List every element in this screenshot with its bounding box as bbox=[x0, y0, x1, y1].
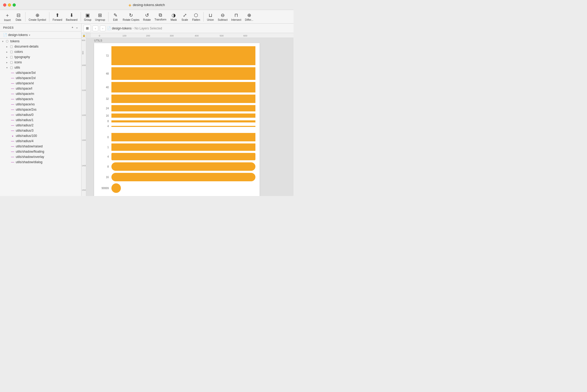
layer-item-utils-space-2xl[interactable]: —utils/space/2xl bbox=[0, 75, 81, 81]
maximize-button[interactable] bbox=[13, 3, 16, 7]
ungroup-button[interactable]: ⊞ Ungroup bbox=[94, 11, 107, 22]
flatten-button[interactable]: ⬡ Flatten bbox=[190, 11, 202, 22]
dash-icon: — bbox=[11, 145, 15, 148]
ruler-v-1300: 1300 bbox=[82, 139, 86, 141]
edit-button[interactable]: ✎ Edit bbox=[110, 11, 121, 22]
backward-icon: ⬇ bbox=[70, 12, 74, 18]
grid-view-button[interactable]: ⊞ bbox=[84, 25, 91, 32]
layer-name-text: utils/space/2xs bbox=[16, 108, 37, 111]
group-button[interactable]: ▣ Group bbox=[83, 11, 93, 22]
close-button[interactable] bbox=[3, 3, 6, 7]
mask-icon: ◑ bbox=[172, 12, 176, 18]
layer-item-utils-radius-0[interactable]: —utils/radius/0 bbox=[0, 112, 81, 117]
util-item-24: 24 bbox=[98, 105, 255, 111]
minimize-button[interactable] bbox=[8, 3, 11, 7]
layer-item-utils-radius-4[interactable]: —utils/radius/4 bbox=[0, 138, 81, 144]
page-icon: 📄 bbox=[3, 33, 7, 37]
add-page-button[interactable]: + bbox=[72, 26, 74, 29]
data-button[interactable]: ⊟ Data bbox=[13, 11, 24, 22]
sidebar: PAGES + ⌄ 📄 design-tokens ▾ ▾⬡tokens▸▢do… bbox=[0, 24, 81, 196]
layer-item-icons[interactable]: ▸▢icons bbox=[0, 60, 81, 65]
lock-icon[interactable]: 🔒 bbox=[81, 33, 86, 38]
page-dropdown[interactable]: 📄 design-tokens ▾ bbox=[3, 33, 78, 37]
rotate-icon: ↺ bbox=[145, 12, 149, 18]
rotate-button[interactable]: ↺ Rotate bbox=[141, 11, 152, 22]
pages-header: PAGES + ⌄ bbox=[0, 24, 81, 32]
layer-item-utils-radius-100[interactable]: ●utils/radius/100 bbox=[0, 133, 81, 138]
layer-item-utils-space-xs[interactable]: —utils/space/xs bbox=[0, 102, 81, 107]
layer-item-utils-space-xl[interactable]: —utils/space/xl bbox=[0, 81, 81, 86]
layer-item-utils-shadow-overlay[interactable]: —utils/shadow/overlay bbox=[0, 154, 81, 159]
layer-item-colors[interactable]: ▸▢colors bbox=[0, 49, 81, 54]
layer-item-utils-shadow-floating[interactable]: —utils/shadow/floating bbox=[0, 149, 81, 154]
layer-name-text: typography bbox=[14, 55, 30, 59]
rotate-copies-button[interactable]: ↻ Rotate Copies bbox=[121, 11, 141, 22]
intersect-label: Intersect bbox=[231, 18, 241, 21]
sketch-icon: ◈ bbox=[128, 3, 131, 7]
prev-button[interactable]: ‹ bbox=[92, 25, 98, 31]
layer-item-utils-shadow-dialog[interactable]: —utils/shadow/dialog bbox=[0, 159, 81, 165]
breadcrumb-state: No Layers Selected bbox=[135, 27, 162, 30]
dash-icon: — bbox=[11, 155, 15, 159]
chevron-icon: ▸ bbox=[6, 61, 8, 64]
divider-4 bbox=[108, 12, 109, 22]
pages-header-actions: + ⌄ bbox=[72, 26, 78, 29]
artboard-label: UTILS bbox=[94, 39, 102, 42]
data-label: Data bbox=[16, 18, 21, 21]
layer-item-utils-space-3xl[interactable]: —utils/space/3xl bbox=[0, 70, 81, 75]
layer-item-utils-space-m[interactable]: —utils/space/m bbox=[0, 91, 81, 96]
folder-icon: ▢ bbox=[9, 60, 13, 64]
pages-expand-button[interactable]: ⌄ bbox=[76, 26, 78, 29]
layer-name-text: utils/space/3xl bbox=[16, 71, 35, 75]
scale-label: Scale bbox=[182, 18, 188, 21]
util-item-r1: 1 bbox=[98, 143, 255, 151]
mask-button[interactable]: ◑ Mask bbox=[168, 11, 179, 22]
dash-icon: — bbox=[11, 160, 15, 164]
difference-icon: ⊕ bbox=[247, 12, 251, 18]
intersect-button[interactable]: ⊓ Intersect bbox=[230, 11, 243, 22]
difference-button[interactable]: ⊕ Differ... bbox=[243, 11, 255, 22]
scale-button[interactable]: ⤢ Scale bbox=[179, 11, 190, 22]
union-icon: ⊔ bbox=[209, 12, 212, 18]
layer-item-utils-shadow-raised[interactable]: —utils/shadow/raised bbox=[0, 144, 81, 149]
layer-name-text: utils/shadow/raised bbox=[16, 145, 43, 148]
transform-button[interactable]: ⧉ Transform bbox=[153, 11, 168, 22]
forward-button[interactable]: ⬆ Forward bbox=[51, 11, 64, 22]
layer-item-typography[interactable]: ▸▢typography bbox=[0, 54, 81, 60]
backward-button[interactable]: ⬇ Backward bbox=[64, 11, 79, 22]
layer-item-utils-radius-1[interactable]: —utils/radius/1 bbox=[0, 117, 81, 123]
insert-button[interactable]: ＋ Insert bbox=[2, 11, 13, 23]
dash-icon: — bbox=[11, 118, 15, 122]
chevron-icon: ▸ bbox=[6, 45, 8, 48]
backward-label: Backward bbox=[66, 18, 78, 21]
util-item-4a: 4 bbox=[98, 125, 255, 128]
ungroup-icon: ⊞ bbox=[98, 12, 102, 18]
layer-item-utils-space-l[interactable]: —utils/space/l bbox=[0, 86, 81, 91]
circle-icon: ● bbox=[11, 135, 15, 137]
ruler-v-900: 900 bbox=[82, 39, 85, 42]
ruler-vertical: 900 900 1000 1100 1200 1300 1400 1500 bbox=[81, 38, 86, 196]
layer-tree[interactable]: ▾⬡tokens▸▢document-details▸▢colors▸▢typo… bbox=[0, 39, 81, 196]
layer-item-utils[interactable]: ▾▢utils bbox=[0, 65, 81, 70]
ruler-h-300: 300 bbox=[170, 34, 174, 37]
artboard: UTILS 72 bbox=[94, 43, 260, 196]
layer-name-text: document-details bbox=[14, 45, 38, 48]
canvas-viewport[interactable]: UTILS 72 bbox=[86, 38, 294, 196]
divider-1 bbox=[25, 12, 25, 22]
layer-item-utils-space-2xs[interactable]: —utils/space/2xs bbox=[0, 107, 81, 112]
layer-item-document-details[interactable]: ▸▢document-details bbox=[0, 44, 81, 49]
intersect-icon: ⊓ bbox=[234, 12, 238, 18]
layer-item-tokens[interactable]: ▾⬡tokens bbox=[0, 39, 81, 44]
layer-name-text: utils/space/l bbox=[16, 87, 32, 90]
layer-name-text: utils/radius/1 bbox=[16, 118, 33, 122]
subtract-button[interactable]: ⊖ Subtract bbox=[216, 11, 229, 22]
next-button[interactable]: › bbox=[100, 25, 106, 31]
insert-label: Insert bbox=[4, 19, 11, 22]
layer-item-utils-radius-2[interactable]: —utils/radius/2 bbox=[0, 123, 81, 128]
util-bar-8 bbox=[111, 120, 255, 122]
layer-item-utils-radius-3[interactable]: —utils/radius/3 bbox=[0, 128, 81, 133]
union-button[interactable]: ⊔ Union bbox=[205, 11, 216, 22]
create-symbol-button[interactable]: ⊕ Create Symbol bbox=[27, 11, 48, 22]
ruler-v-1000: 1000 bbox=[82, 64, 86, 66]
layer-item-utils-space-s[interactable]: —utils/space/s bbox=[0, 96, 81, 102]
